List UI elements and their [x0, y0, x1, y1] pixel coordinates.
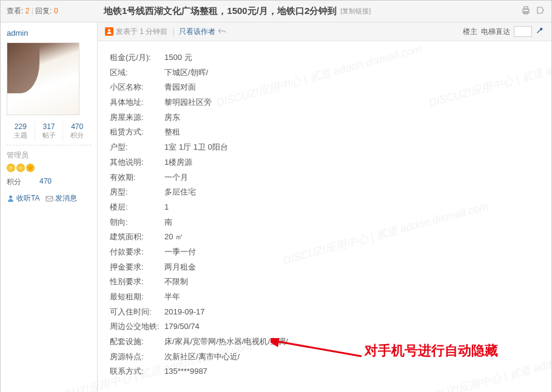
info-label: 性别要求:: [110, 274, 164, 290]
info-row: 最短租期:半年: [110, 290, 539, 305]
copy-link[interactable]: [复制链接]: [340, 7, 371, 16]
info-label: 付款要求:: [110, 245, 164, 260]
next-icon[interactable]: [536, 5, 545, 17]
info-label: 楼层:: [110, 200, 164, 215]
info-value: 135****9987: [164, 364, 539, 379]
info-label: 建筑面积:: [110, 230, 164, 245]
message-button[interactable]: 发消息: [45, 193, 77, 204]
info-value: 多层住宅: [164, 185, 539, 200]
svg-point-5: [108, 29, 110, 32]
svg-point-3: [9, 196, 12, 199]
svg-rect-1: [524, 7, 528, 9]
medal-icon: [16, 164, 25, 172]
info-label: 周边公交地铁:: [110, 319, 164, 334]
info-value: 下城区/朝晖/: [164, 65, 539, 81]
thread-title: 地铁1号线西湖文化广场整租，1500元/月，地铁口2分钟到 [复制链接]: [98, 5, 515, 17]
info-value: 1: [164, 200, 539, 215]
info-value: 青园对面: [164, 80, 539, 95]
stat-credits[interactable]: 470 积分: [62, 121, 91, 141]
info-value: 整租: [164, 125, 539, 140]
back-icon[interactable]: [218, 27, 226, 36]
stat-posts[interactable]: 317 帖子: [35, 121, 63, 141]
info-value: 两月租金: [164, 260, 539, 275]
username-link[interactable]: admin: [7, 28, 91, 38]
author-sidebar: admin 229 主题 317 帖子 470 积分 管理员: [1, 22, 98, 392]
info-label: 最短租期:: [110, 290, 164, 305]
info-label: 房型:: [110, 185, 164, 200]
svg-rect-4: [46, 196, 53, 201]
info-value: 20 ㎡: [164, 230, 539, 245]
thread-stats: 查看: 2 | 回复: 0: [1, 6, 98, 16]
author-badge-icon: [105, 27, 113, 36]
elevator-input[interactable]: [514, 26, 532, 37]
floor-label[interactable]: 楼主: [463, 27, 477, 37]
avatar[interactable]: [7, 42, 79, 115]
info-label: 配套设施:: [110, 334, 164, 350]
info-row: 小区名称:青园对面: [110, 80, 539, 95]
info-value: 1楼房源: [164, 155, 539, 170]
info-row: 可入住时间:2019-09-17: [110, 305, 539, 320]
info-label: 押金要求:: [110, 260, 164, 275]
info-row: 区域:下城区/朝晖/: [110, 65, 539, 81]
medal-icon: [7, 164, 15, 172]
info-label: 租金(元/月):: [110, 50, 164, 65]
info-label: 房源特点:: [110, 350, 164, 365]
user-rank: 管理员: [7, 150, 91, 161]
medals: [7, 164, 91, 172]
post-meta-bar: 发表于 1 分钟前 | 只看该作者 楼主 电梯直达: [98, 22, 551, 41]
info-value: 房东: [164, 110, 539, 125]
info-value: 2019-09-17: [164, 305, 539, 320]
info-value: 南: [164, 215, 539, 230]
only-author-link[interactable]: 只看该作者: [179, 27, 215, 37]
info-row: 房型:多层住宅: [110, 185, 539, 200]
info-value: 一个月: [164, 170, 539, 185]
info-row: 周边公交地铁:179/50/74: [110, 319, 539, 334]
star-icon: [26, 164, 35, 172]
info-row: 租赁方式:整租: [110, 125, 539, 140]
info-label: 户型:: [110, 140, 164, 155]
info-value: 1室 1厅 1卫 0阳台: [164, 140, 539, 155]
info-value: 一季一付: [164, 245, 539, 260]
info-label: 房屋来源:: [110, 110, 164, 125]
info-row: 租金(元/月):1500 元: [110, 50, 539, 65]
info-row: 建筑面积:20 ㎡: [110, 230, 539, 245]
credit-row: 积分 470: [7, 177, 91, 187]
info-label: 可入住时间:: [110, 305, 164, 320]
info-value: 不限制: [164, 274, 539, 290]
info-value: 黎明园社区旁: [164, 95, 539, 110]
info-row: 具体地址:黎明园社区旁: [110, 95, 539, 110]
info-row: 押金要求:两月租金: [110, 260, 539, 275]
info-row: 性别要求:不限制: [110, 274, 539, 290]
thread-header: 查看: 2 | 回复: 0 地铁1号线西湖文化广场整租，1500元/月，地铁口2…: [1, 1, 551, 22]
annotation-text: 对手机号进行自动隐藏: [365, 338, 498, 364]
info-label: 区域:: [110, 65, 164, 81]
info-row: 其他说明:1楼房源: [110, 155, 539, 170]
info-label: 具体地址:: [110, 95, 164, 110]
info-label: 有效期:: [110, 170, 164, 185]
info-row: 房屋来源:房东: [110, 110, 539, 125]
post-content: 发表于 1 分钟前 | 只看该作者 楼主 电梯直达 DISCUZ!应用中心 | …: [98, 22, 551, 392]
info-label: 其他说明:: [110, 155, 164, 170]
wrench-icon[interactable]: [536, 27, 544, 37]
stat-threads[interactable]: 229 主题: [7, 121, 35, 141]
info-row: 朝向:南: [110, 215, 539, 230]
info-label: 联系方式:: [110, 364, 164, 379]
info-value: 179/50/74: [164, 319, 539, 334]
info-value: 半年: [164, 290, 539, 305]
info-row: 楼层:1: [110, 200, 539, 215]
post-body: DISCUZ!应用中心 | 贰道 addon.dismall.com DISCU…: [98, 41, 551, 392]
follow-button[interactable]: 收听TA: [7, 193, 39, 204]
info-row: 有效期:一个月: [110, 170, 539, 185]
info-row: 付款要求:一季一付: [110, 245, 539, 260]
author-stats: 229 主题 317 帖子 470 积分: [7, 121, 91, 145]
info-label: 小区名称:: [110, 80, 164, 95]
info-row: 联系方式:135****9987: [110, 364, 539, 379]
info-row: 户型:1室 1厅 1卫 0阳台: [110, 140, 539, 155]
info-label: 朝向:: [110, 215, 164, 230]
elevator-label: 电梯直达: [481, 27, 510, 37]
info-value: 1500 元: [164, 50, 539, 65]
print-icon[interactable]: [521, 5, 531, 17]
info-label: 租赁方式:: [110, 125, 164, 140]
